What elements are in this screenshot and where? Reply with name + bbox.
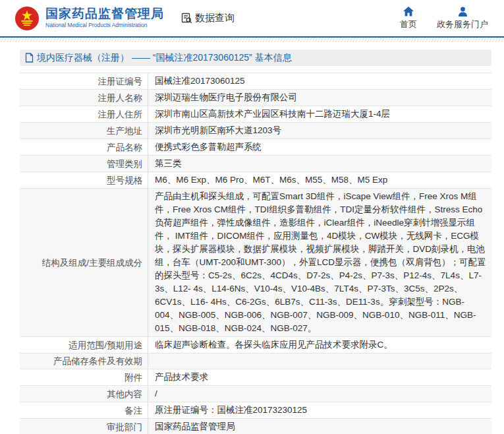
row-label: 适用范围/预期用途 [20,337,148,353]
nav-home-label: 首页 [400,18,417,30]
row-label: 产品名称 [20,139,148,155]
row-label-text: 注册证编号 [98,75,143,88]
table-row: 产品储存条件及有效期 [20,354,491,369]
doc-search-icon [181,13,192,24]
user-icon [458,7,468,16]
row-label: 产品储存条件及有效期 [20,354,148,369]
table-row: 生产地址深圳市光明新区南环大道1203号 [20,123,491,139]
row-value: 深圳市南山区高新技术产业园区科技南十二路迈瑞大厦1-4层 [148,106,491,122]
table-row: 附件产品技术要求 [20,369,491,386]
row-label: 结构及组成/主要组成成分 [20,189,148,336]
row-label: 附件 [20,369,148,385]
table-row: 结构及组成/主要组成成分产品由主机和探头组成，可配置Smart 3D组件，iSc… [20,189,491,337]
row-label: 型号规格 [20,172,148,188]
row-label: 备注 [20,402,148,418]
nav-gov-portal[interactable]: 政务服务门户 [437,7,488,30]
row-label-text: 管理类别 [107,158,142,170]
row-label-text: 结构及组成/主要组成成分 [42,257,142,269]
row-value: 深圳市光明新区南环大道1203号 [148,123,491,139]
row-value: 产品技术要求 [148,369,491,385]
row-label-text: 其他内容 [107,388,142,400]
row-value: M6、M6 Exp、M6 Pro、M6T、M6s、M55、M58、M5 Exp [148,172,491,188]
main-content: 境内医疗器械（注册） —— “国械注准20173060125” 基本信息 注册证… [20,49,491,434]
row-label: 注册人住所 [20,106,148,122]
row-value: 产品由主机和探头组成，可配置Smart 3D组件，iScape View组件，F… [148,189,491,336]
table-row: 型号规格M6、M6 Exp、M6 Pro、M6T、M6s、M55、M58、M5 … [20,172,491,189]
row-value: 深圳迈瑞生物医疗电子股份有限公司 [148,90,491,106]
row-value [148,360,491,363]
row-value: 第三类 [148,156,491,171]
row-label-text: 注册人住所 [98,108,143,121]
row-value: 原注册证编号：国械注准20173230125 [148,402,491,418]
agency-title-block: 国家药品监督管理局 National Medical Products Admi… [45,7,164,28]
agency-title: 国家药品监督管理局 [45,7,164,21]
table-row: 产品名称便携式彩色多普勒超声系统 [20,139,491,156]
row-label: 管理类别 [20,156,148,171]
header-nav: 首页 政务服务门户 [400,7,492,30]
nav-gov-portal-label: 政务服务门户 [437,18,488,30]
row-label-text: 适用范围/预期用途 [69,339,142,352]
nav-home[interactable]: 首页 [400,7,417,30]
hatched-divider [0,38,504,42]
row-label: 审批部门 [20,419,148,434]
table-row: 备注原注册证编号：国械注准20173230125 [20,402,491,419]
row-value: 国械注准20173060125 [148,73,491,89]
table-row: 适用范围/预期用途临床超声诊断检查。各探头临床应用见产品技术要求附录C。 [20,337,491,354]
row-value: 便携式彩色多普勒超声系统 [148,139,491,155]
row-label-text: 产品储存条件及有效期 [53,355,142,367]
row-label-text: 产品名称 [107,141,142,154]
row-value: 国家药品监督管理局 [148,419,491,434]
row-label: 注册证编号 [20,73,148,89]
table-row: 注册人住所深圳市南山区高新技术产业园区科技南十二路迈瑞大厦1-4层 [20,106,491,123]
table-row: 注册证编号国械注准20173060125 [20,73,491,90]
row-value: / [148,386,491,402]
row-label-text: 型号规格 [107,174,142,187]
breadcrumb-text: 境内医疗器械（注册） —— “国械注准20173060125” 基本信息 [37,52,292,64]
data-query-label: 数据查询 [195,12,235,24]
agency-subtitle: National Medical Products Administration [45,22,164,28]
row-label-text: 注册人名称 [98,92,143,104]
row-label-text: 附件 [125,371,142,384]
table-row: 注册人名称深圳迈瑞生物医疗电子股份有限公司 [20,90,491,106]
breadcrumb: 境内医疗器械（注册） —— “国械注准20173060125” 基本信息 [20,49,491,66]
row-value: 临床超声诊断检查。各探头临床应用见产品技术要求附录C。 [148,337,491,353]
row-label: 其他内容 [20,386,148,402]
header: 国家药品监督管理局 National Medical Products Admi… [0,0,504,38]
national-emblem-icon [14,6,40,31]
table-row: 其他内容/ [20,386,491,402]
table-row: 审批部门国家药品监督管理局 [20,419,491,434]
document-icon [25,53,34,63]
data-query-button[interactable]: 数据查询 [181,12,235,24]
row-label-text: 审批部门 [107,421,142,433]
info-table: 注册证编号国械注准20173060125注册人名称深圳迈瑞生物医疗电子股份有限公… [20,73,491,434]
table-row: 管理类别第三类 [20,156,491,172]
row-label-text: 生产地址 [107,125,142,137]
row-label: 生产地址 [20,123,148,139]
home-icon [403,7,414,16]
row-label-text: 备注 [125,404,142,417]
row-label: 注册人名称 [20,90,148,106]
